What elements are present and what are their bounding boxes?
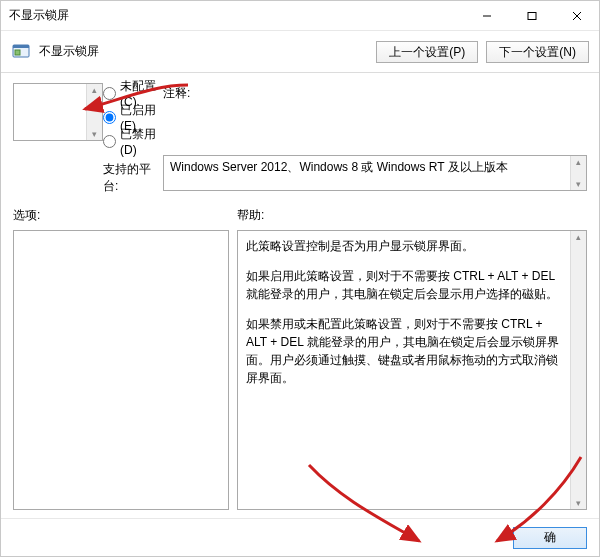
help-paragraph: 此策略设置控制是否为用户显示锁屏界面。	[246, 237, 566, 255]
radio-not-configured-input[interactable]	[103, 87, 116, 100]
svg-rect-6	[15, 50, 20, 55]
next-setting-button[interactable]: 下一个设置(N)	[486, 41, 589, 63]
panel-labels: 选项: 帮助:	[13, 207, 587, 224]
options-panel	[13, 230, 229, 510]
help-paragraph: 如果启用此策略设置，则对于不需要按 CTRL + ALT + DEL 就能登录的…	[246, 267, 566, 303]
minimize-button[interactable]	[464, 1, 509, 31]
options-label: 选项:	[13, 207, 237, 224]
prev-setting-button[interactable]: 上一个设置(P)	[376, 41, 478, 63]
ok-button[interactable]: 确	[513, 527, 587, 549]
window-controls	[464, 1, 599, 31]
comment-textarea[interactable]: ▴▾	[13, 83, 103, 141]
help-panel: 此策略设置控制是否为用户显示锁屏界面。 如果启用此策略设置，则对于不需要按 CT…	[237, 230, 587, 510]
help-paragraph: 如果禁用或未配置此策略设置，则对于不需要按 CTRL + ALT + DEL 就…	[246, 315, 566, 387]
supported-label: 支持的平台:	[103, 155, 163, 195]
help-label: 帮助:	[237, 207, 264, 224]
titlebar: 不显示锁屏	[1, 1, 599, 31]
svg-rect-5	[13, 45, 29, 48]
radio-not-configured[interactable]: 未配置(C)	[103, 83, 163, 103]
supported-on-box: Windows Server 2012、Windows 8 或 Windows …	[163, 155, 587, 191]
panels: 此策略设置控制是否为用户显示锁屏界面。 如果启用此策略设置，则对于不需要按 CT…	[13, 230, 587, 510]
scrollbar[interactable]: ▴▾	[86, 84, 102, 140]
comment-label: 注释:	[163, 83, 587, 102]
scrollbar[interactable]: ▴▾	[570, 231, 586, 509]
close-button[interactable]	[554, 1, 599, 31]
window-title: 不显示锁屏	[9, 7, 464, 24]
policy-dialog: 不显示锁屏 不显示锁屏 上一个设置(P) 下一个设置(N)	[0, 0, 600, 557]
dialog-body: 未配置(C) 注释: ▴▾ 已启用(E) 已禁用(D) 支持的平台: Windo	[1, 73, 599, 518]
supported-on-text: Windows Server 2012、Windows 8 或 Windows …	[170, 160, 508, 174]
config-grid: 未配置(C) 注释: ▴▾ 已启用(E) 已禁用(D) 支持的平台: Windo	[13, 83, 587, 195]
policy-icon	[11, 42, 31, 62]
scrollbar[interactable]: ▴▾	[570, 156, 586, 190]
svg-rect-1	[528, 12, 536, 19]
subheader: 不显示锁屏 上一个设置(P) 下一个设置(N)	[1, 31, 599, 73]
radio-disabled-label: 已禁用(D)	[120, 126, 163, 157]
radio-disabled[interactable]: 已禁用(D)	[103, 131, 163, 151]
radio-enabled-input[interactable]	[103, 111, 116, 124]
policy-title: 不显示锁屏	[39, 43, 368, 60]
dialog-footer: 确	[1, 518, 599, 556]
radio-enabled[interactable]: 已启用(E)	[103, 107, 163, 127]
maximize-button[interactable]	[509, 1, 554, 31]
radio-disabled-input[interactable]	[103, 135, 116, 148]
